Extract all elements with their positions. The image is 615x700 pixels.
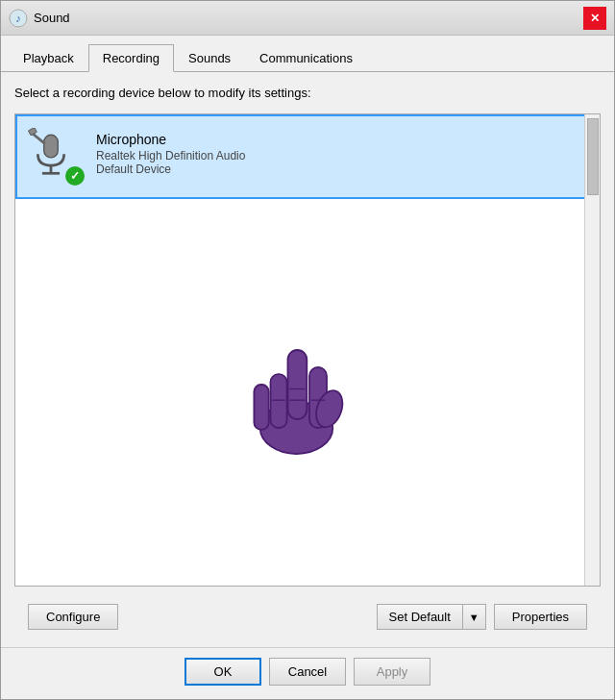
cursor-hand-icon [215,298,369,471]
instruction-text: Select a recording device below to modif… [14,86,601,100]
svg-rect-9 [309,367,327,428]
svg-rect-11 [254,385,268,430]
svg-rect-10 [271,374,287,428]
tab-sounds[interactable]: Sounds [174,44,245,72]
device-info: Microphone Realtek High Definition Audio… [96,128,245,176]
configure-button[interactable]: Configure [28,604,118,630]
set-default-dropdown-arrow[interactable]: ▼ [462,604,486,630]
apply-button[interactable]: Apply [354,658,430,686]
close-button[interactable]: ✕ [583,7,606,30]
ok-button[interactable]: OK [184,658,261,686]
svg-rect-6 [28,128,37,136]
right-buttons: Set Default ▼ Properties [377,604,587,630]
svg-rect-8 [288,350,308,419]
tab-communications[interactable]: Communications [245,44,367,72]
left-buttons: Configure [28,604,118,630]
device-status: Default Device [96,162,245,176]
device-icon-wrapper: ✓ [27,128,85,186]
device-name: Microphone [96,132,245,147]
device-driver: Realtek High Definition Audio [96,149,245,162]
content-area: Select a recording device below to modif… [1,72,614,647]
title-bar-left: ♪ Sound [9,9,70,28]
svg-point-7 [260,402,333,454]
tabs-bar: Playback Recording Sounds Communications [1,36,614,72]
set-default-button[interactable]: Set Default [377,604,462,630]
properties-button[interactable]: Properties [494,604,587,630]
svg-text:♪: ♪ [15,12,21,24]
window-title: Sound [34,11,70,25]
bottom-buttons: Configure Set Default ▼ Properties [14,596,601,638]
dialog-footer: OK Cancel Apply [1,647,614,699]
tab-playback[interactable]: Playback [9,44,88,72]
sound-title-icon: ♪ [9,9,28,28]
scrollbar-thumb[interactable] [587,118,599,195]
cancel-button[interactable]: Cancel [269,658,346,686]
device-list: ✓ Microphone Realtek High Definition Aud… [14,113,601,587]
tab-recording[interactable]: Recording [88,44,174,72]
scrollbar[interactable] [584,114,600,586]
svg-rect-4 [44,135,59,158]
default-check-badge: ✓ [65,166,85,186]
title-bar: ♪ Sound ✕ [1,1,614,36]
device-item-microphone[interactable]: ✓ Microphone Realtek High Definition Aud… [15,114,600,199]
svg-point-12 [311,387,347,431]
sound-dialog: ♪ Sound ✕ Playback Recording Sounds Comm… [0,0,615,700]
